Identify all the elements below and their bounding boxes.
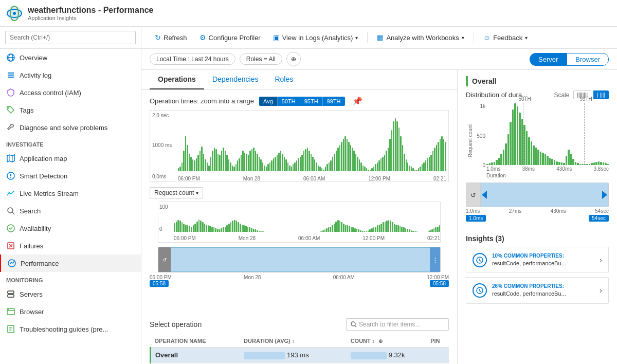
chart-bar bbox=[430, 155, 431, 171]
scrubber-selection bbox=[158, 247, 440, 272]
chart-bar bbox=[407, 162, 408, 171]
tab-roles[interactable]: Roles bbox=[266, 70, 301, 89]
chart-bar bbox=[230, 162, 231, 171]
pin-chart-button[interactable]: 📌 bbox=[352, 96, 362, 106]
request-count-chevron: ▾ bbox=[196, 190, 198, 196]
wrench-icon bbox=[6, 123, 15, 132]
dist-bar bbox=[510, 122, 512, 165]
req-chart-bar bbox=[185, 225, 187, 232]
tabs: Operations Dependencies Roles bbox=[141, 70, 457, 90]
svg-marker-11 bbox=[7, 155, 14, 162]
req-chart-bar bbox=[437, 227, 439, 232]
chart-bar bbox=[371, 168, 372, 171]
p99-percentile-btn[interactable]: 99TH bbox=[323, 97, 345, 106]
server-toggle-button[interactable]: Server bbox=[530, 53, 567, 66]
view-in-logs-button[interactable]: ▣ View in Logs (Analytics) ▾ bbox=[268, 31, 364, 44]
roles-filter-label: Roles = All bbox=[246, 56, 276, 63]
chart-bar bbox=[196, 158, 197, 171]
insight-card-2[interactable]: 26% COMMON PROPERTIES: resultCode, perfo… bbox=[466, 277, 609, 303]
svg-point-17 bbox=[9, 192, 10, 194]
overall-section: Overall Distribution of dura... Scale ||… bbox=[458, 70, 617, 228]
sidebar-item-tags: Tags bbox=[20, 106, 33, 114]
req-chart-bar bbox=[242, 225, 243, 232]
chart-bar bbox=[244, 153, 245, 171]
right-scrubber[interactable]: ↺ bbox=[466, 183, 609, 207]
nav-item[interactable]: Tags bbox=[0, 101, 141, 119]
scrubber-right-badge: 05:58 bbox=[430, 280, 449, 287]
overall-title: Overall bbox=[472, 77, 496, 85]
tab-dependencies[interactable]: Dependencies bbox=[204, 70, 267, 89]
req-chart-bar bbox=[226, 225, 228, 232]
chart-x-axis: 06:00 PMMon 2806:00 AM12:00 PM02:21 bbox=[176, 176, 448, 181]
sidebar-item-overview: Overview bbox=[20, 54, 47, 62]
scrubber-handle-right[interactable]: ⋮ bbox=[430, 247, 440, 272]
nav-item[interactable]: Browser bbox=[0, 303, 141, 320]
chart-bar bbox=[275, 157, 276, 172]
refresh-button[interactable]: ↻ Refresh bbox=[150, 31, 192, 44]
configure-profiler-button[interactable]: ⚙ Configure Profiler bbox=[194, 31, 266, 44]
nav-item[interactable]: Availability bbox=[0, 220, 141, 237]
chart-bar bbox=[316, 162, 317, 171]
request-count-dropdown[interactable]: Request count ▾ bbox=[150, 187, 203, 198]
chart-bars-area bbox=[176, 111, 448, 171]
roles-filter-pill[interactable]: Roles = All bbox=[240, 53, 282, 65]
chart-bar bbox=[311, 154, 312, 171]
analyze-workbooks-button[interactable]: ▦ Analyze with Workbooks ▾ bbox=[372, 31, 469, 44]
nav-item[interactable]: Performance bbox=[0, 254, 141, 272]
table-row[interactable]: Overall 193 ms 9.32k bbox=[151, 348, 449, 363]
right-scrubber-nav-btn[interactable]: ↺ bbox=[466, 183, 481, 207]
chart-bar bbox=[414, 170, 415, 171]
search-input[interactable] bbox=[5, 31, 136, 44]
p95-percentile-btn[interactable]: 95TH bbox=[300, 97, 323, 106]
nav-item[interactable]: Search bbox=[0, 202, 141, 220]
nav-item[interactable]: Application map bbox=[0, 150, 141, 167]
req-chart-bar bbox=[390, 221, 391, 232]
chart-bar bbox=[214, 148, 215, 171]
scale-log-btn[interactable]: | |||| bbox=[593, 90, 609, 99]
shield-icon bbox=[6, 88, 15, 97]
req-chart-x-axis: 06:00 PMMon 2806:00 AM12:00 PM02:21 bbox=[174, 235, 440, 241]
feedback-button[interactable]: ☺ Feedback ▾ bbox=[478, 31, 533, 44]
operations-search[interactable]: Search to filter items... bbox=[346, 318, 449, 331]
chart-bar bbox=[404, 154, 405, 171]
nav-item[interactable]: Activity log bbox=[0, 66, 141, 84]
operations-section: Select operation Search to filter items.… bbox=[141, 312, 457, 364]
req-chart-bar bbox=[328, 227, 330, 232]
chart-bar bbox=[319, 167, 320, 171]
scrubber-handle-left[interactable]: ↺ bbox=[158, 247, 171, 272]
browser-toggle-button[interactable]: Browser bbox=[567, 53, 609, 66]
req-chart-bar bbox=[230, 222, 232, 232]
nav-item[interactable]: Live Metrics Stream bbox=[0, 185, 141, 202]
nav-item[interactable]: Overview bbox=[0, 49, 141, 66]
req-chart-bar bbox=[206, 225, 207, 232]
req-chart-bar bbox=[213, 227, 215, 232]
avg-percentile-btn[interactable]: Avg bbox=[259, 97, 278, 106]
nav-item[interactable]: Smart Detection bbox=[0, 167, 141, 185]
scale-linear-btn[interactable]: |||||||| bbox=[573, 90, 591, 99]
req-chart-bar bbox=[198, 220, 200, 232]
nav-item[interactable]: Diagnose and solve problems bbox=[0, 119, 141, 136]
chart-bar bbox=[249, 151, 250, 171]
chart-bar bbox=[429, 157, 430, 172]
nav-item[interactable]: Troubleshooting guides (pre... bbox=[0, 320, 141, 338]
insight-card-1[interactable]: 10% COMMON PROPERTIES: resultCode, perfo… bbox=[466, 247, 609, 273]
request-count-label: Request count bbox=[154, 189, 194, 196]
tab-operations[interactable]: Operations bbox=[150, 70, 204, 89]
nav-item[interactable]: Failures bbox=[0, 237, 141, 254]
p50-percentile-btn[interactable]: 50TH bbox=[278, 97, 300, 106]
timeline-scrubber[interactable]: ↺ ⋮ bbox=[158, 247, 441, 272]
req-chart-bar bbox=[245, 226, 247, 232]
chart-bar bbox=[321, 168, 322, 171]
req-chart-bar bbox=[403, 227, 405, 232]
chart-bar bbox=[205, 159, 206, 171]
nav-item[interactable]: Servers bbox=[0, 285, 141, 303]
chart-bar bbox=[239, 158, 240, 171]
filter-icon-button[interactable]: ⊕ bbox=[286, 52, 301, 66]
dist-bar bbox=[514, 103, 516, 165]
chart-bar bbox=[269, 162, 270, 171]
req-chart-bar bbox=[249, 227, 250, 232]
nav-item[interactable]: Access control (IAM) bbox=[0, 84, 141, 101]
right-scrubber-fill bbox=[481, 183, 608, 207]
time-filter-pill[interactable]: Local Time : Last 24 hours bbox=[150, 53, 235, 65]
time-filter-label: Local Time : Last 24 hours bbox=[156, 56, 229, 63]
